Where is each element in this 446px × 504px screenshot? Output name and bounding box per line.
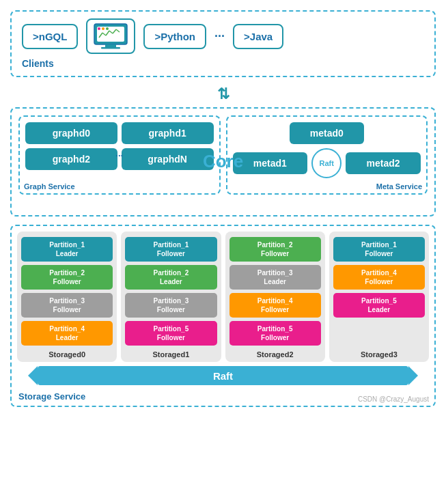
clients-row: >nGQL: [22, 18, 424, 54]
storaged2-label: Storaged2: [225, 350, 325, 359]
arrow-down: ⇅: [10, 85, 436, 103]
graphd1-node: graphd1: [122, 122, 214, 144]
monitor-client: [86, 18, 135, 54]
storage-service-label: Storage Service: [18, 391, 85, 402]
meta-service-box: metad0 metad1 Raft metad2 Meta Service: [226, 115, 428, 195]
storaged2-box: Partition_2Follower Partition_3Leader Pa…: [225, 232, 325, 362]
raft-circle: Raft: [311, 148, 342, 178]
graphdN-node: graphdN: [122, 148, 214, 170]
meta-bottom: metad1 Raft metad2: [233, 148, 421, 178]
storaged0-label: Storaged0: [17, 350, 117, 359]
raft-arrow-container: Raft: [17, 366, 429, 385]
storaged1-box: Partition_1Follower Partition_2Leader Pa…: [121, 232, 221, 362]
s2-p5: Partition_5Follower: [229, 321, 321, 346]
graphd2-node: graphd2: [25, 148, 117, 170]
clients-dots: ···: [214, 29, 225, 44]
clients-section: >nGQL: [10, 10, 436, 77]
watermark: CSDN @Crazy_August: [358, 395, 429, 403]
storaged3-label: Storaged3: [329, 350, 429, 359]
s0-p2: Partition_2Follower: [21, 265, 113, 290]
metad1-node: metad1: [233, 152, 308, 174]
graph-service-label: Graph Service: [24, 182, 75, 191]
storaged3-box: Partition_1Follower Partition_4Follower …: [329, 232, 429, 362]
s1-p5: Partition_5Follower: [125, 321, 217, 346]
s0-p4: Partition_4Leader: [21, 321, 113, 346]
meta-top: metad0: [233, 122, 421, 144]
storage-section: Partition_1Leader Partition_2Follower Pa…: [10, 225, 436, 407]
storage-nodes-row: Partition_1Leader Partition_2Follower Pa…: [17, 232, 429, 362]
raft-arrow: Raft: [38, 366, 408, 385]
raft-arrow-label: Raft: [213, 370, 233, 382]
s1-p2: Partition_2Leader: [125, 265, 217, 290]
graphd0-node: graphd0: [25, 122, 117, 144]
graph-service-box: graphd0 graphd1 graphd2 graphdN ··· Grap…: [18, 115, 221, 195]
meta-layout: metad0 metad1 Raft metad2: [233, 122, 421, 178]
python-client: >Python: [143, 24, 206, 49]
s3-p5: Partition_5Leader: [333, 293, 425, 318]
meta-service-label: Meta Service: [376, 182, 422, 191]
s0-p3: Partition_3Follower: [21, 293, 113, 318]
s1-p1: Partition_1Follower: [125, 237, 217, 262]
main-container: >nGQL: [0, 0, 446, 417]
services-row: graphd0 graphd1 graphd2 graphdN ··· Grap…: [18, 115, 428, 195]
svg-rect-2: [105, 44, 116, 47]
svg-point-10: [98, 27, 100, 30]
s2-p4: Partition_4Follower: [229, 293, 321, 318]
ngql-client: >nGQL: [22, 24, 78, 49]
svg-point-12: [106, 27, 109, 30]
s0-p1: Partition_1Leader: [21, 237, 113, 262]
s2-p2: Partition_2Follower: [229, 237, 321, 262]
s3-p1: Partition_1Follower: [333, 237, 425, 262]
clients-label: Clients: [22, 58, 424, 69]
graph-dots: ···: [115, 150, 123, 160]
s1-p3: Partition_3Follower: [125, 293, 217, 318]
svg-point-11: [102, 27, 104, 30]
core-section: graphd0 graphd1 graphd2 graphdN ··· Grap…: [10, 107, 436, 216]
graph-grid: graphd0 graphd1 graphd2 graphdN: [25, 122, 214, 170]
svg-rect-3: [101, 47, 120, 49]
metad0-node: metad0: [290, 122, 364, 144]
metad2-node: metad2: [346, 152, 421, 174]
s3-p4: Partition_4Follower: [333, 265, 425, 290]
java-client: >Java: [233, 24, 283, 49]
storaged0-box: Partition_1Leader Partition_2Follower Pa…: [17, 232, 117, 362]
storaged1-label: Storaged1: [121, 350, 221, 359]
s2-p3: Partition_3Leader: [229, 265, 321, 290]
